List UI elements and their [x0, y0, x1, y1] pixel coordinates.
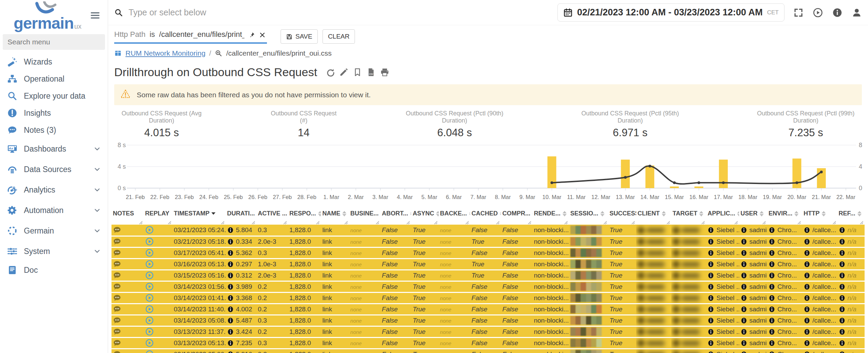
export-csv-icon[interactable]: CSV — [366, 68, 376, 77]
table-row[interactable]: 03/13/2023 11:37...3.4240.21,828.0linkno… — [111, 326, 865, 337]
info-icon[interactable] — [839, 272, 845, 279]
resize-handle-icon[interactable] — [139, 220, 143, 224]
info-icon[interactable] — [839, 250, 845, 256]
sidebar-item-data-sources[interactable]: Data Sources — [0, 159, 108, 180]
sidebar-item-germain[interactable]: Germain — [0, 221, 108, 241]
refresh-icon[interactable] — [326, 68, 335, 77]
column-filter-backend[interactable] — [439, 218, 470, 225]
hamburger-icon[interactable] — [90, 10, 100, 22]
session-thumbnail[interactable] — [570, 282, 602, 291]
resize-handle-icon[interactable] — [283, 220, 287, 224]
sidebar-item-explore-your-data[interactable]: Explore your data — [0, 87, 108, 104]
table-row[interactable]: 03/14/2023 01:56...3.9890.21,828.0linkno… — [111, 281, 865, 292]
column-header-target[interactable]: TARGET — [671, 207, 706, 218]
note-icon[interactable] — [113, 316, 121, 325]
sidebar-item-insights[interactable]: Insights — [0, 104, 108, 122]
info-icon[interactable] — [227, 295, 234, 301]
column-header-compressed[interactable]: COMPR... — [501, 207, 532, 218]
column-header-active[interactable]: ACTIVE ... — [256, 207, 288, 218]
sidebar-item-notes-3[interactable]: Notes (3) — [0, 122, 108, 139]
note-icon[interactable] — [113, 305, 121, 313]
info-icon[interactable] — [707, 295, 714, 301]
column-filter-compressed[interactable] — [501, 218, 532, 225]
sidebar-item-automation[interactable]: Automation — [0, 200, 108, 221]
column-header-render[interactable]: RENDE... — [533, 207, 569, 218]
replay-icon[interactable] — [145, 316, 154, 325]
info-icon[interactable] — [839, 328, 845, 335]
info-icon[interactable] — [740, 238, 747, 245]
note-icon[interactable] — [113, 339, 121, 347]
session-thumbnail[interactable] — [570, 237, 602, 246]
info-icon[interactable] — [804, 227, 810, 234]
info-icon[interactable] — [227, 351, 234, 353]
resize-handle-icon[interactable] — [666, 220, 670, 224]
info-icon[interactable] — [707, 238, 714, 245]
info-icon[interactable] — [227, 317, 234, 324]
info-icon[interactable] — [768, 328, 775, 335]
note-icon[interactable] — [113, 350, 121, 353]
info-icon[interactable] — [804, 272, 810, 279]
info-icon[interactable] — [768, 250, 775, 256]
info-icon[interactable] — [768, 317, 775, 324]
column-filter-business[interactable] — [349, 218, 380, 225]
column-header-name[interactable]: NAME — [321, 207, 349, 218]
resize-handle-icon[interactable] — [251, 220, 255, 224]
info-icon[interactable] — [740, 351, 747, 353]
column-header-success[interactable]: SUCCESS — [608, 207, 636, 218]
resize-handle-icon[interactable] — [406, 220, 410, 224]
replay-icon[interactable] — [145, 339, 154, 347]
column-filter-user[interactable] — [739, 218, 767, 225]
info-icon[interactable] — [768, 283, 775, 290]
session-thumbnail[interactable] — [570, 339, 602, 347]
info-icon[interactable] — [707, 261, 714, 268]
info-icon[interactable] — [227, 340, 234, 347]
resize-handle-icon[interactable] — [701, 220, 705, 224]
save-button[interactable]: SAVE — [281, 29, 318, 44]
replay-icon[interactable] — [145, 327, 154, 336]
column-filter-client[interactable] — [636, 218, 671, 225]
column-filter-notes[interactable] — [111, 218, 144, 225]
info-icon[interactable] — [740, 227, 747, 234]
column-filter-abort[interactable] — [380, 218, 411, 225]
column-header-notes[interactable]: NOTES — [111, 207, 144, 218]
info-icon[interactable] — [227, 238, 234, 245]
resize-handle-icon[interactable] — [762, 220, 766, 224]
info-icon[interactable] — [740, 295, 747, 301]
info-icon[interactable] — [804, 340, 810, 347]
resize-handle-icon[interactable] — [496, 220, 500, 224]
bookmark-icon[interactable] — [353, 68, 362, 77]
filter-chip[interactable]: Http Path is /callcenter_enu/files/print… — [114, 29, 267, 44]
info-icon[interactable] — [740, 272, 747, 279]
info-icon[interactable] — [804, 306, 810, 313]
column-header-ref[interactable]: REF... — [837, 207, 865, 218]
session-thumbnail[interactable] — [570, 350, 602, 353]
note-icon[interactable] — [113, 271, 121, 280]
replay-icon[interactable] — [145, 282, 154, 291]
resize-handle-icon[interactable] — [631, 220, 635, 224]
table-row[interactable]: 03/10/2023 05:06...5.9160.31,828.0linkno… — [111, 349, 865, 353]
column-header-replay[interactable]: REPLAY — [144, 207, 173, 218]
info-icon[interactable] — [740, 306, 747, 313]
info-icon[interactable] — [227, 250, 234, 256]
resize-handle-icon[interactable] — [797, 220, 801, 224]
info-icon[interactable] — [740, 328, 747, 335]
replay-icon[interactable] — [145, 237, 154, 246]
info-icon[interactable] — [804, 238, 810, 245]
resize-handle-icon[interactable] — [603, 220, 607, 224]
column-filter-ref[interactable] — [837, 218, 865, 225]
info-icon[interactable] — [227, 306, 234, 313]
resize-handle-icon[interactable] — [564, 220, 568, 224]
note-icon[interactable] — [113, 294, 121, 302]
info-icon[interactable] — [227, 227, 234, 234]
info-icon[interactable] — [768, 306, 775, 313]
column-header-response[interactable]: RESPO... — [288, 207, 321, 218]
resize-handle-icon[interactable] — [221, 220, 225, 224]
info-icon[interactable] — [804, 283, 810, 290]
info-icon[interactable] — [768, 238, 775, 245]
table-row[interactable]: 03/14/2023 05:08...5.4870.31,828.0linkno… — [111, 315, 865, 326]
info-icon[interactable] — [707, 306, 714, 313]
note-icon[interactable] — [113, 237, 121, 246]
info-icon[interactable] — [707, 328, 714, 335]
session-thumbnail[interactable] — [570, 305, 602, 313]
column-header-business[interactable]: BUSINE... — [349, 207, 380, 218]
